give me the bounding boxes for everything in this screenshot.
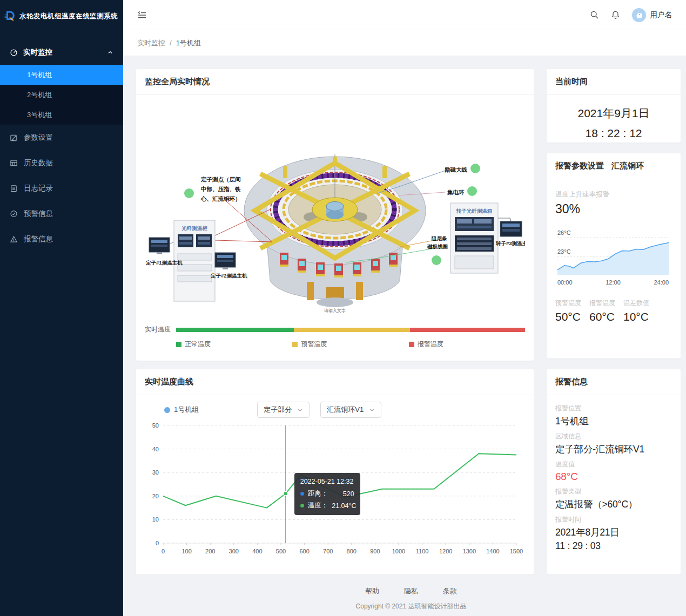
sidebar-collapse-icon[interactable] bbox=[137, 10, 147, 20]
sidebar-item-realtime-monitor[interactable]: 实时监控 bbox=[0, 40, 123, 65]
stator-host1-label: 定子#1测温主机 bbox=[145, 260, 183, 266]
sidebar-item-param-settings[interactable]: 参数设置 bbox=[0, 125, 123, 150]
page-footer: 帮助 隐私 条款 Copyright © 2021 达琪智能设计部出品 bbox=[136, 583, 686, 616]
svg-text:10: 10 bbox=[152, 516, 159, 523]
svg-text:1300: 1300 bbox=[463, 548, 476, 554]
rotor-cabinet-label: 转子光纤测温箱 bbox=[456, 208, 493, 214]
top-header: 用户名 bbox=[123, 0, 686, 30]
current-time-card: 当前时间 2021年9月1日 18 : 22 : 12 bbox=[547, 69, 681, 143]
temp-bar-segment bbox=[410, 328, 525, 332]
table-icon bbox=[10, 159, 18, 167]
legend-alarm: 报警温度 bbox=[409, 340, 525, 349]
current-date: 2021年9月1日 bbox=[547, 104, 681, 124]
green-dot-excitation bbox=[470, 164, 480, 173]
stator-points-label-1: 定子测点（层间 bbox=[200, 176, 241, 183]
svg-text:600: 600 bbox=[299, 548, 309, 554]
footer-link-terms[interactable]: 条款 bbox=[443, 586, 457, 596]
temp-bar-segment bbox=[294, 328, 409, 332]
notification-bell-icon[interactable] bbox=[611, 10, 620, 20]
app-logo-row[interactable]: 水轮发电机组温度在线监测系统 bbox=[0, 0, 123, 32]
stator-points-label-3: 心、汇流铜环） bbox=[200, 195, 241, 202]
stator-host2-monitor bbox=[215, 253, 236, 269]
temp-bar-segment bbox=[176, 328, 294, 332]
user-menu[interactable]: 用户名 bbox=[632, 8, 672, 22]
chevron-down-icon bbox=[369, 407, 375, 413]
collector-ring-label: 集电环 bbox=[447, 189, 465, 195]
gauge-icon bbox=[10, 48, 18, 57]
app-logo-icon bbox=[4, 7, 16, 25]
sensor-select[interactable]: 汇流铜环V1 bbox=[320, 402, 381, 418]
series-legend-unit1[interactable]: 1号机组 bbox=[164, 405, 199, 415]
generator-diagram: 光纤测温柜 bbox=[145, 103, 525, 320]
svg-text:100: 100 bbox=[181, 548, 191, 554]
username-label: 用户名 bbox=[650, 10, 672, 20]
footer-link-help[interactable]: 帮助 bbox=[365, 586, 379, 596]
svg-text:200: 200 bbox=[205, 548, 215, 554]
svg-text:1100: 1100 bbox=[416, 548, 429, 554]
svg-text:50: 50 bbox=[152, 422, 159, 429]
excitation-line-label: 励磁大线 bbox=[444, 166, 468, 173]
alarm-region-field: 区域信息 定子部分-汇流铜环V1 bbox=[555, 432, 672, 456]
temperature-status-bar bbox=[176, 328, 525, 332]
app-title: 水轮发电机组温度在线监测系统 bbox=[19, 12, 118, 21]
overview-card: 监控全局实时情况 bbox=[136, 69, 534, 361]
breadcrumb: 实时监控 / 1号机组 bbox=[123, 30, 686, 56]
sidebar-item-alarm-info[interactable]: 报警信息 bbox=[0, 226, 123, 252]
alarm-type-field: 报警类型 定温报警（>60°C） bbox=[555, 487, 672, 511]
alarm-time-field: 报警时间 2021年8月21日 11 : 29 : 03 bbox=[555, 515, 672, 552]
search-icon[interactable] bbox=[590, 10, 599, 19]
svg-text:1200: 1200 bbox=[439, 548, 452, 554]
breadcrumb-current: 1号机组 bbox=[176, 38, 201, 48]
sidebar-item-log-records[interactable]: 日志记录 bbox=[0, 175, 123, 201]
footer-link-privacy[interactable]: 隐私 bbox=[404, 586, 418, 596]
legend-alarm-swatch bbox=[409, 342, 414, 347]
rate-alarm-value: 30% bbox=[555, 202, 672, 216]
svg-text:500: 500 bbox=[276, 548, 286, 554]
breadcrumb-separator: / bbox=[170, 39, 172, 47]
rate-alarm-label: 温度上升速率报警 bbox=[555, 190, 672, 199]
svg-text:1500: 1500 bbox=[510, 548, 523, 554]
copyright: Copyright © 2021 达琪智能设计部出品 bbox=[136, 602, 686, 611]
svg-text:40: 40 bbox=[152, 446, 159, 452]
edit-icon bbox=[10, 133, 18, 142]
daily-temp-mini-chart: 26°C23°C00:0012:0024:00 bbox=[555, 222, 672, 288]
curve-card: 实时温度曲线 1号机组 定子部分 汇流铜环V1 bbox=[136, 369, 534, 574]
svg-text:1400: 1400 bbox=[486, 548, 499, 554]
svg-text:700: 700 bbox=[323, 548, 333, 554]
rotor-cabinet: 转子光纤测温箱 bbox=[450, 203, 498, 273]
stator-host1-monitor bbox=[149, 238, 170, 254]
svg-text:800: 800 bbox=[347, 548, 357, 554]
current-time: 18 : 22 : 12 bbox=[547, 124, 681, 144]
curve-card-title: 实时温度曲线 bbox=[145, 377, 193, 387]
user-avatar[interactable] bbox=[632, 8, 646, 22]
sidebar-item-unit2[interactable]: 2号机组 bbox=[0, 85, 123, 105]
chevron-down-icon bbox=[297, 407, 303, 413]
diagram-caption: 请输入文字 bbox=[324, 308, 346, 313]
temperature-curve-chart: 0102030405001002003004005006007008009001… bbox=[145, 420, 525, 564]
overview-card-title: 监控全局实时情况 bbox=[145, 77, 210, 87]
submenu-units: 1号机组 2号机组 3号机组 bbox=[0, 65, 123, 125]
sidebar-item-unit3[interactable]: 3号机组 bbox=[0, 105, 123, 125]
temp-bar-label: 实时温度 bbox=[145, 325, 172, 334]
alarm-params-card: 报警参数设置 汇流铜环 温度上升速率报警 30% 26°C23°C00:0012… bbox=[547, 153, 681, 358]
sidebar-item-warning-info[interactable]: 预警信息 bbox=[0, 201, 123, 226]
rotor-host3-monitor bbox=[500, 221, 522, 236]
stator-host2-label: 定子#2测温主机 bbox=[210, 273, 247, 279]
stat-alarm-temp: 报警温度 60°C bbox=[589, 299, 615, 323]
legend-normal: 正常温度 bbox=[176, 340, 292, 349]
svg-text:23°C: 23°C bbox=[557, 248, 571, 255]
legend-dot bbox=[164, 407, 170, 413]
svg-text:12:00: 12:00 bbox=[606, 279, 621, 286]
breadcrumb-root[interactable]: 实时监控 bbox=[137, 38, 165, 48]
document-icon bbox=[10, 184, 18, 193]
check-circle-icon bbox=[10, 209, 18, 218]
temp-bar-legend: 正常温度 预警温度 报警温度 bbox=[176, 340, 525, 349]
svg-text:1000: 1000 bbox=[392, 548, 405, 554]
svg-text:400: 400 bbox=[252, 548, 262, 554]
legend-warning: 预警温度 bbox=[292, 340, 408, 349]
sidebar-item-unit1[interactable]: 1号机组 bbox=[0, 65, 123, 85]
svg-text:300: 300 bbox=[229, 548, 239, 554]
part-select[interactable]: 定子部分 bbox=[257, 402, 310, 418]
sidebar-item-history-data[interactable]: 历史数据 bbox=[0, 150, 123, 175]
alarm-info-card: 报警信息 报警位置 1号机组 区域信息 定子部分-汇流铜环V1 温度值 68°C bbox=[547, 369, 681, 574]
